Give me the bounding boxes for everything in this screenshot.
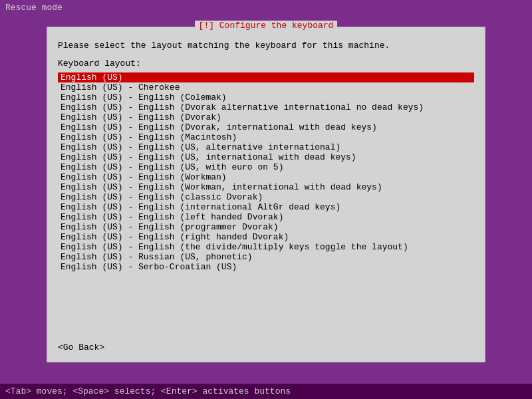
list-item[interactable]: English (US) - English (programmer Dvora… [58, 222, 474, 232]
list-item[interactable]: English (US) - Serbo-Croatian (US) [58, 262, 474, 272]
list-item[interactable]: English (US) - English (classic Dvorak) [58, 192, 474, 202]
dialog-title: [!] Configure the keyboard [195, 21, 338, 31]
list-item[interactable]: English (US) - English (Workman) [58, 172, 474, 182]
list-item[interactable]: English (US) - English (Macintosh) [58, 132, 474, 142]
list-item[interactable]: English (US) - Cherokee [58, 82, 474, 92]
list-item[interactable]: English (US) - English (the divide/multi… [58, 242, 474, 252]
list-item[interactable]: English (US) - English (US, internationa… [58, 152, 474, 162]
list-item[interactable]: English (US) - English (Workman, interna… [58, 182, 474, 192]
list-item[interactable]: English (US) - English (Dvorak) [58, 112, 474, 122]
list-item[interactable]: English (US) - English (Dvorak alternati… [58, 102, 474, 112]
go-back-container: <Go Back> [58, 342, 474, 355]
list-item[interactable]: English (US) [58, 72, 474, 82]
list-item[interactable]: English (US) - English (right handed Dvo… [58, 232, 474, 242]
list-item[interactable]: English (US) - English (Colemak) [58, 92, 474, 102]
list-item[interactable]: English (US) - Russian (US, phonetic) [58, 252, 474, 262]
layout-list[interactable]: English (US)English (US) - CherokeeEngli… [58, 72, 474, 336]
dialog-title-bar: [!] Configure the keyboard [47, 21, 485, 31]
list-item[interactable]: English (US) - English (Dvorak, internat… [58, 122, 474, 132]
dialog: [!] Configure the keyboard Please select… [47, 27, 485, 362]
list-item[interactable]: English (US) - English (US, alternative … [58, 142, 474, 152]
list-item[interactable]: English (US) - English (international Al… [58, 202, 474, 212]
dialog-content: Please select the layout matching the ke… [47, 27, 485, 362]
description: Please select the layout matching the ke… [58, 41, 474, 51]
list-item[interactable]: English (US) - English (left handed Dvor… [58, 212, 474, 222]
go-back-button[interactable]: <Go Back> [58, 342, 104, 352]
title-text: Rescue mode [5, 3, 63, 13]
title-bar: Rescue mode [0, 0, 532, 15]
list-item[interactable]: English (US) - English (US, with euro on… [58, 162, 474, 172]
status-text: <Tab> moves; <Space> selects; <Enter> ac… [5, 386, 291, 396]
keyboard-layout-label: Keyboard layout: [58, 59, 474, 68]
status-bar: <Tab> moves; <Space> selects; <Enter> ac… [0, 384, 532, 399]
